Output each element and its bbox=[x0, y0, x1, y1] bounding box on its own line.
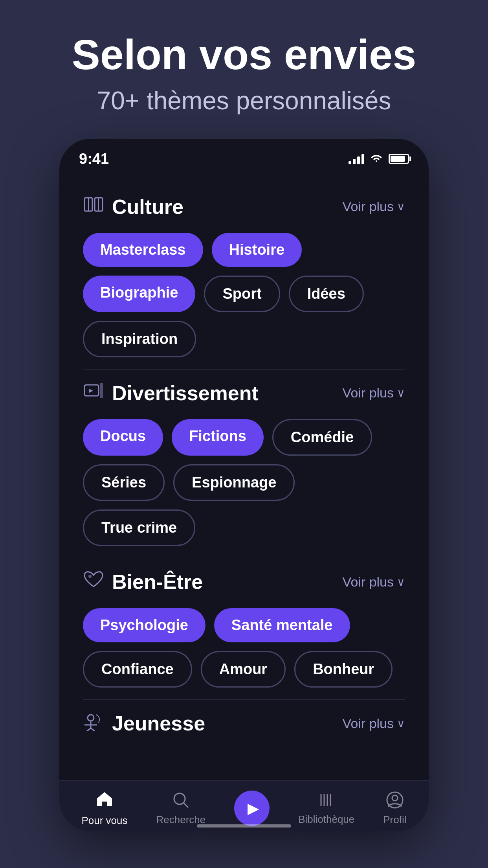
nav-item-library[interactable]: Bibliothèque bbox=[298, 791, 354, 826]
nav-item-profile[interactable]: Profil bbox=[383, 791, 406, 826]
section-jeunesse: Jeunesse Voir plus ∨ bbox=[59, 700, 429, 761]
home-indicator bbox=[197, 824, 291, 828]
battery-fill bbox=[391, 156, 405, 162]
nav-label-library: Bibliothèque bbox=[298, 813, 354, 826]
chevron-down-icon-jeunesse: ∨ bbox=[397, 717, 405, 730]
header-area: Selon vos envies 70+ thèmes personnalisé… bbox=[0, 0, 488, 139]
status-bar: 9:41 bbox=[59, 139, 429, 171]
section-divertissement: Divertissement Voir plus ∨ Docus Fiction… bbox=[59, 370, 429, 558]
section-title-group-divertissement: Divertissement bbox=[83, 381, 259, 405]
jeunesse-icon bbox=[83, 712, 104, 736]
tag-comedie[interactable]: Comédie bbox=[272, 419, 372, 456]
tags-culture: Masterclass Histoire Biographie Sport Id… bbox=[83, 233, 405, 357]
section-title-group-culture: Culture bbox=[83, 195, 183, 219]
nav-item-home[interactable]: Pour vous bbox=[81, 790, 127, 827]
status-time: 9:41 bbox=[79, 151, 109, 167]
culture-icon bbox=[83, 195, 104, 218]
tag-espionnage[interactable]: Espionnage bbox=[173, 464, 295, 501]
signal-bar-4 bbox=[361, 154, 364, 164]
voir-plus-jeunesse[interactable]: Voir plus ∨ bbox=[343, 716, 405, 731]
tag-idees[interactable]: Idées bbox=[289, 276, 364, 312]
section-title-jeunesse: Jeunesse bbox=[112, 712, 205, 735]
tag-fictions[interactable]: Fictions bbox=[172, 419, 264, 456]
svg-point-8 bbox=[88, 715, 94, 721]
nav-label-home: Pour vous bbox=[81, 815, 127, 827]
tag-confiance[interactable]: Confiance bbox=[83, 651, 192, 688]
nav-item-search[interactable]: Recherche bbox=[156, 791, 206, 826]
signal-bar-1 bbox=[349, 161, 351, 164]
section-culture: Culture Voir plus ∨ Masterclass Histoire… bbox=[59, 183, 429, 369]
wifi-icon bbox=[370, 153, 383, 166]
section-header-jeunesse: Jeunesse Voir plus ∨ bbox=[83, 712, 405, 736]
section-title-culture: Culture bbox=[112, 195, 183, 219]
phone-container: 9:41 bbox=[59, 139, 429, 831]
status-icons bbox=[349, 153, 409, 166]
tag-amour[interactable]: Amour bbox=[201, 651, 286, 688]
svg-point-13 bbox=[174, 793, 185, 804]
bien-etre-icon bbox=[83, 570, 104, 594]
svg-line-12 bbox=[91, 728, 95, 731]
tag-histoire[interactable]: Histoire bbox=[212, 233, 302, 267]
svg-marker-5 bbox=[100, 383, 103, 397]
section-header-culture: Culture Voir plus ∨ bbox=[83, 195, 405, 219]
nav-label-profile: Profil bbox=[383, 814, 406, 826]
tag-docus[interactable]: Docus bbox=[83, 419, 163, 456]
voir-plus-divertissement[interactable]: Voir plus ∨ bbox=[343, 385, 405, 401]
chevron-down-icon-culture: ∨ bbox=[397, 200, 405, 213]
section-bien-etre: Bien-Être Voir plus ∨ Psychologie Santé … bbox=[59, 558, 429, 699]
tags-divertissement: Docus Fictions Comédie Séries Espionnage… bbox=[83, 419, 405, 546]
profile-icon bbox=[386, 791, 404, 811]
svg-point-20 bbox=[392, 795, 398, 801]
divertissement-icon bbox=[83, 382, 104, 404]
section-header-divertissement: Divertissement Voir plus ∨ bbox=[83, 381, 405, 405]
content-area: Culture Voir plus ∨ Masterclass Histoire… bbox=[59, 171, 429, 819]
signal-bar-3 bbox=[357, 156, 360, 164]
battery-icon bbox=[389, 154, 409, 164]
search-icon bbox=[172, 791, 190, 811]
tag-bonheur[interactable]: Bonheur bbox=[294, 651, 393, 688]
home-icon bbox=[95, 790, 114, 811]
library-icon bbox=[318, 791, 335, 810]
signal-bars-icon bbox=[349, 153, 364, 164]
main-title: Selon vos envies bbox=[16, 31, 472, 78]
nav-item-play[interactable]: ▶ bbox=[234, 791, 270, 826]
signal-bar-2 bbox=[353, 159, 356, 164]
section-title-bien-etre: Bien-Être bbox=[112, 570, 203, 594]
svg-point-7 bbox=[88, 575, 92, 578]
tag-sante-mentale[interactable]: Santé mentale bbox=[214, 608, 350, 642]
voir-plus-culture[interactable]: Voir plus ∨ bbox=[343, 199, 405, 214]
voir-plus-bien-etre[interactable]: Voir plus ∨ bbox=[343, 574, 405, 590]
chevron-down-icon-divertissement: ∨ bbox=[397, 386, 405, 399]
svg-line-14 bbox=[183, 803, 188, 807]
tags-bien-etre: Psychologie Santé mentale Confiance Amou… bbox=[83, 608, 405, 688]
play-icon: ▶ bbox=[248, 800, 259, 817]
tag-masterclass[interactable]: Masterclass bbox=[83, 233, 203, 267]
sub-title: 70+ thèmes personnalisés bbox=[16, 86, 472, 115]
section-title-divertissement: Divertissement bbox=[112, 381, 259, 405]
play-button[interactable]: ▶ bbox=[234, 791, 270, 826]
section-title-group-bien-etre: Bien-Être bbox=[83, 570, 203, 594]
bottom-nav: Pour vous Recherche ▶ bbox=[59, 780, 429, 831]
tag-psychologie[interactable]: Psychologie bbox=[83, 608, 205, 642]
section-title-group-jeunesse: Jeunesse bbox=[83, 712, 205, 736]
tag-inspiration[interactable]: Inspiration bbox=[83, 321, 196, 357]
svg-line-11 bbox=[87, 728, 91, 731]
tag-sport[interactable]: Sport bbox=[204, 276, 280, 312]
section-header-bien-etre: Bien-Être Voir plus ∨ bbox=[83, 570, 405, 594]
chevron-down-icon-bien-etre: ∨ bbox=[397, 576, 405, 588]
svg-marker-6 bbox=[89, 389, 93, 393]
tag-biographie[interactable]: Biographie bbox=[83, 276, 195, 312]
tag-true-crime[interactable]: True crime bbox=[83, 509, 195, 546]
tag-series[interactable]: Séries bbox=[83, 464, 165, 501]
